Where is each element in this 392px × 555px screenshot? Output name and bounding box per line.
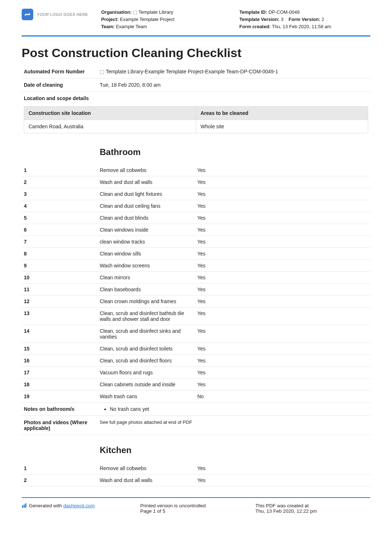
- form-created-label: Form created:: [240, 24, 271, 29]
- bathroom-heading: Bathroom: [100, 141, 368, 161]
- checklist-answer: Yes: [195, 355, 370, 367]
- checklist-row: 16Clean, scrub and disinfect floorsYes: [22, 355, 370, 367]
- loc-th2: Areas to be cleaned: [196, 107, 368, 120]
- checklist-task: Wash window screens: [98, 260, 195, 272]
- checklist-answer: Yes: [195, 188, 370, 200]
- checklist-row: 19Wash trash cansNo: [22, 391, 370, 403]
- checklist-task: Clean cabinets outside and inside: [98, 379, 195, 391]
- bathroom-checklist: 1Remove all cobwebsYes2Wash and dust all…: [22, 164, 370, 403]
- checklist-row: 3Clean and dust light fixturesYes: [22, 188, 370, 200]
- checklist-number: 15: [22, 343, 98, 355]
- checklist-answer: Yes: [195, 343, 370, 355]
- checklist-answer: Yes: [195, 164, 370, 176]
- header-meta-left: Organisation: ⬚ Template Library Project…: [101, 9, 232, 30]
- checklist-task: Clean, scrub and disinfect toilets: [98, 343, 195, 355]
- team-value: Example Team: [116, 24, 147, 29]
- footer-left: Generated with dashpivot.com: [22, 503, 137, 514]
- svg-rect-2: [25, 503, 26, 508]
- template-version-value: 3: [281, 17, 283, 22]
- checklist-answer: Yes: [195, 474, 370, 486]
- checklist-number: 1: [22, 462, 98, 474]
- checklist-task: Clean and dust ceiling fans: [98, 200, 195, 212]
- checklist-number: 3: [22, 188, 98, 200]
- org-label: Organisation:: [101, 9, 132, 15]
- kitchen-section: Kitchen: [22, 435, 370, 462]
- checklist-number: 5: [22, 212, 98, 224]
- form-created-value: Thu, 13 Feb 2020, 11:58 am: [272, 24, 331, 29]
- checklist-answer: Yes: [195, 296, 370, 307]
- svg-rect-0: [22, 505, 23, 508]
- checklist-row: 7clean window tracksYes: [22, 236, 370, 248]
- checklist-task: Remove all cobwebs: [98, 164, 195, 176]
- checklist-answer: Yes: [195, 260, 370, 272]
- checklist-number: 4: [22, 200, 98, 212]
- pdf-created-value: Thu, 13 Feb 2020, 12:22 pm: [255, 508, 370, 514]
- auto-form-number-value: ⬚ Template Library-Example Template Proj…: [98, 65, 370, 78]
- checklist-answer: Yes: [195, 224, 370, 236]
- checklist-number: 6: [22, 224, 98, 236]
- chart-icon: [22, 503, 27, 509]
- checklist-number: 16: [22, 355, 98, 367]
- checklist-task: Clean crown moldings and frames: [98, 296, 195, 307]
- template-id-value: DP-COM-0049: [268, 9, 300, 15]
- checklist-number: 2: [22, 176, 98, 188]
- checklist-number: 11: [22, 284, 98, 296]
- logo-placeholder-text: YOUR LOGO GOES HERE: [37, 12, 88, 17]
- svg-rect-1: [24, 504, 25, 508]
- pdf-created-label: This PDF was created at: [255, 503, 370, 508]
- checklist-row: 2Wash and dust all wallsYes: [22, 176, 370, 188]
- location-scope-table: Construction site location Areas to be c…: [24, 106, 368, 133]
- checklist-number: 12: [22, 296, 98, 307]
- checklist-task: clean window tracks: [98, 236, 195, 248]
- checklist-task: Clean, scrub and disinfect bathtub tile …: [98, 307, 195, 325]
- loc-td2: Whole site: [196, 120, 368, 133]
- uncontrolled-text: Printed version is uncontrolled: [140, 503, 255, 508]
- checklist-task: Wash and dust all walls: [98, 176, 195, 188]
- checklist-row: 10Clean mirrorsYes: [22, 272, 370, 284]
- auto-form-number-label: Automated Form Number: [22, 65, 98, 78]
- checklist-row: 8Clean window sillsYes: [22, 248, 370, 260]
- checklist-task: Clean baseboards: [98, 284, 195, 296]
- checklist-row: 13Clean, scrub and disinfect bathtub til…: [22, 307, 370, 325]
- team-label: Team:: [101, 24, 115, 29]
- footer-right: This PDF was created at Thu, 13 Feb 2020…: [255, 503, 370, 514]
- location-scope-label: Location and scope details: [22, 92, 98, 105]
- checklist-task: Clean mirrors: [98, 272, 195, 284]
- checklist-row: 11Clean baseboardsYes: [22, 284, 370, 296]
- checklist-number: 2: [22, 474, 98, 486]
- checklist-number: 7: [22, 236, 98, 248]
- form-version-label: Form Version:: [289, 17, 320, 22]
- checklist-row: 5Clean and dust blindsYes: [22, 212, 370, 224]
- generated-prefix: Generated with: [29, 503, 63, 508]
- checklist-task: Clean and dust light fixtures: [98, 188, 195, 200]
- checklist-task: Clean window sills: [98, 248, 195, 260]
- bathroom-section: Bathroom: [22, 137, 370, 164]
- project-label: Project:: [101, 17, 119, 22]
- checklist-answer: Yes: [195, 325, 370, 343]
- checklist-task: Wash trash cans: [98, 391, 195, 403]
- checklist-task: Wash and dust all walls: [98, 474, 195, 486]
- date-of-cleaning-label: Date of cleaning: [22, 78, 98, 92]
- bathroom-notes-bullet: No trash cans yet: [110, 406, 368, 412]
- checklist-number: 13: [22, 307, 98, 325]
- checklist-row: 1Remove all cobwebsYes: [22, 164, 370, 176]
- checklist-row: 9Wash window screensYes: [22, 260, 370, 272]
- checklist-answer: Yes: [195, 367, 370, 379]
- checklist-row: 12Clean crown moldings and framesYes: [22, 296, 370, 307]
- logo-icon: [22, 9, 33, 20]
- template-version-label: Template Version:: [240, 17, 280, 22]
- checklist-answer: No: [195, 391, 370, 403]
- footer-middle: Printed version is uncontrolled Page 1 o…: [137, 503, 255, 514]
- checklist-answer: Yes: [195, 272, 370, 284]
- checklist-number: 10: [22, 272, 98, 284]
- checklist-answer: Yes: [195, 200, 370, 212]
- checklist-answer: Yes: [195, 248, 370, 260]
- header-meta-right: Template ID: DP-COM-0049 Template Versio…: [240, 9, 371, 30]
- dashpivot-link[interactable]: dashpivot.com: [63, 503, 95, 508]
- loc-th1: Construction site location: [24, 107, 196, 120]
- checklist-task: Clean, scrub and disinfect sinks and van…: [98, 325, 195, 343]
- document-footer: Generated with dashpivot.com Printed ver…: [22, 497, 370, 521]
- checklist-answer: Yes: [195, 379, 370, 391]
- checklist-answer: Yes: [195, 307, 370, 325]
- checklist-task: Remove all cobwebs: [98, 462, 195, 474]
